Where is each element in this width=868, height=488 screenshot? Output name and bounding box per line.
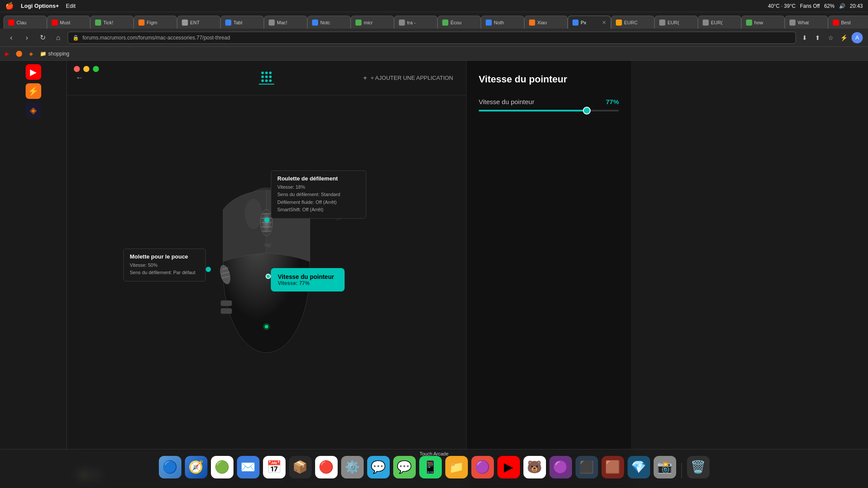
svg-text:logi: logi <box>264 242 271 247</box>
dock-files[interactable]: 📁 <box>445 456 468 478</box>
tooltip-scroll-wheel[interactable]: Roulette de défilement Vitesse: 18% Sens… <box>271 170 366 219</box>
sidebar-figma-icon[interactable]: ◈ <box>26 102 41 118</box>
mouse-visualization: logi Roulette de défilement Vitesse: 18%… <box>67 95 466 462</box>
dock-messages[interactable]: 💬 <box>393 456 416 478</box>
menu-app-name[interactable]: Logi Options+ <box>21 3 59 9</box>
traffic-light-maximize[interactable] <box>93 66 99 72</box>
figma-icon: ◈ <box>29 51 33 57</box>
add-app-button[interactable]: + + AJOUTER UNE APPLICATION <box>363 74 453 82</box>
dock-app1[interactable]: 🟣 <box>549 456 572 478</box>
tab-19[interactable]: What <box>785 16 828 29</box>
dock-items: 🔵 🧭 🟢 ✉️ 📅 📦 🔴 ⚙️ 💬 💬 📱 📁 🟣 ▶ 🐻 🟣 ⬛ 🟫 💎 … <box>150 456 718 482</box>
download-icon[interactable]: ⬇ <box>799 33 810 43</box>
speed-slider-thumb[interactable] <box>583 107 591 115</box>
dock-photos[interactable]: 🔴 <box>315 456 338 478</box>
youtube-icon: ▶ <box>5 51 9 57</box>
traffic-light-minimize[interactable] <box>83 66 89 72</box>
tab-2[interactable]: Must <box>47 16 90 29</box>
tooltip-scroll-detail-3: Défilement fluide: Off (Arrêt) <box>277 199 360 206</box>
grid-icon <box>261 72 272 82</box>
dock-separator <box>681 463 682 478</box>
tooltip-scroll-detail-2: Sens du défilement: Standard <box>277 191 360 199</box>
tab-16[interactable]: EUR( <box>654 16 698 29</box>
bookmark-shopping[interactable]: 📁 shopping <box>40 51 69 57</box>
dock-mail[interactable]: ✉️ <box>237 456 260 478</box>
menu-bar: 🍎 Logi Options+ Edit 40°C · 39°C Fans Of… <box>0 0 868 12</box>
dock-chrome[interactable]: 🟢 <box>211 456 233 478</box>
tab-12[interactable]: Noth <box>481 16 524 29</box>
menu-temp: 40°C · 39°C <box>768 3 796 9</box>
tab-18[interactable]: how <box>741 16 785 29</box>
reload-button[interactable]: ↻ <box>36 32 49 44</box>
sidebar-circle-icon[interactable]: ⚡ <box>26 83 41 99</box>
bookmark-figma[interactable]: ◈ <box>29 51 33 57</box>
tab-13[interactable]: Xiao <box>524 16 568 29</box>
dock-app2[interactable]: ⬛ <box>575 456 598 478</box>
dock-preferences[interactable]: ⚙️ <box>341 456 364 478</box>
tab-10[interactable]: tra - <box>394 16 437 29</box>
menu-edit[interactable]: Edit <box>66 3 76 9</box>
tab-17[interactable]: EUR( <box>698 16 741 29</box>
address-bar[interactable]: 🔒 forums.macrumors.com/forums/mac-access… <box>68 32 796 44</box>
tooltip-pointer-speed[interactable]: Vitesse du pointeur Vitesse: 77% <box>271 268 345 291</box>
dock-calendar[interactable]: 📅 <box>263 456 286 478</box>
header-icon-group[interactable] <box>259 72 274 85</box>
tab-5[interactable]: ENT <box>177 16 220 29</box>
tab-11[interactable]: Écou <box>437 16 481 29</box>
dock-launchpad[interactable]: 🧭 <box>185 456 207 478</box>
header-active-indicator <box>259 84 274 85</box>
svg-point-15 <box>263 323 270 330</box>
speed-slider-track <box>479 110 619 111</box>
apple-menu[interactable]: 🍎 <box>5 2 14 10</box>
tab-3[interactable]: Tick! <box>90 16 134 29</box>
dock-youtube[interactable]: ▶ <box>497 456 520 478</box>
bookmark-circle[interactable] <box>16 51 22 57</box>
app-right-panel: Vitesse du pointeur Vitesse du pointeur … <box>466 61 631 488</box>
back-button-app[interactable]: ← <box>76 73 83 82</box>
tab-6[interactable]: Tabl <box>220 16 264 29</box>
dock-whatsapp[interactable]: 📱 <box>419 456 442 478</box>
bookmark-icon[interactable]: ☆ <box>825 33 836 43</box>
tooltip-scroll-detail-4: SmartShift: Off (Arrêt) <box>277 206 360 214</box>
main-content: ▶ ⚡ ◈ ← <box>0 61 868 488</box>
tab-20[interactable]: Best <box>828 16 868 29</box>
sidebar-youtube-icon[interactable]: ▶ <box>26 64 41 80</box>
menu-volume[interactable]: 🔊 <box>839 3 845 9</box>
dock-telegram[interactable]: 💬 <box>367 456 390 478</box>
dock-bear[interactable]: 🐻 <box>523 456 546 478</box>
menu-bar-right: 40°C · 39°C Fans Off 62% 🔊 20:43 <box>768 3 863 9</box>
tab-4[interactable]: Figm <box>134 16 177 29</box>
dock-camera[interactable]: 📸 <box>654 456 676 478</box>
dock-app3[interactable]: 🟫 <box>602 456 624 478</box>
tab-14-active[interactable]: Px✕ <box>568 16 611 29</box>
back-button[interactable]: ‹ <box>5 32 17 44</box>
traffic-light-close[interactable] <box>74 66 80 72</box>
extensions-icon[interactable]: ⚡ <box>838 33 849 43</box>
tooltip-thumb-wheel[interactable]: Molette pour le pouce Vitesse: 50% Sens … <box>123 249 206 282</box>
share-icon[interactable]: ⬆ <box>812 33 823 43</box>
dock-app4[interactable]: 💎 <box>628 456 650 478</box>
nav-right-icons: ⬇ ⬆ ☆ ⚡ A <box>799 32 863 43</box>
profile-icon[interactable]: A <box>852 32 863 43</box>
bookmark-youtube[interactable]: ▶ <box>5 51 9 57</box>
dock-finder[interactable]: 🔵 <box>159 456 181 478</box>
setting-label-row: Vitesse du pointeur 77% <box>479 98 619 105</box>
tab-1[interactable]: Clau <box>3 16 47 29</box>
tab-15[interactable]: EURC <box>611 16 654 29</box>
tab-7[interactable]: Mac! <box>264 16 307 29</box>
tab-8[interactable]: Notc <box>307 16 351 29</box>
bookmark-favicon-1 <box>16 51 22 57</box>
dock-fantastical[interactable]: 🟣 <box>471 456 494 478</box>
app-window: ← + + AJOUTER UNE APPLICATION <box>67 61 868 488</box>
close-tab-icon[interactable]: ✕ <box>602 20 606 26</box>
forward-button[interactable]: › <box>21 32 33 44</box>
macos-dock: Touch Arcade 🔵 🧭 🟢 ✉️ 📅 📦 🔴 ⚙️ 💬 💬 📱 📁 🟣… <box>0 449 868 488</box>
tab-9[interactable]: micr <box>351 16 394 29</box>
pointer-speed-setting: Vitesse du pointeur 77% <box>479 98 619 111</box>
dock-trash[interactable]: 🗑️ <box>687 456 710 478</box>
menu-time: 20:43 <box>850 3 863 9</box>
home-button[interactable]: ⌂ <box>52 32 64 44</box>
tooltip-scroll-detail-1: Vitesse: 18% <box>277 183 360 191</box>
shopping-label: shopping <box>48 51 69 57</box>
dock-notchmeister[interactable]: 📦 <box>289 456 312 478</box>
